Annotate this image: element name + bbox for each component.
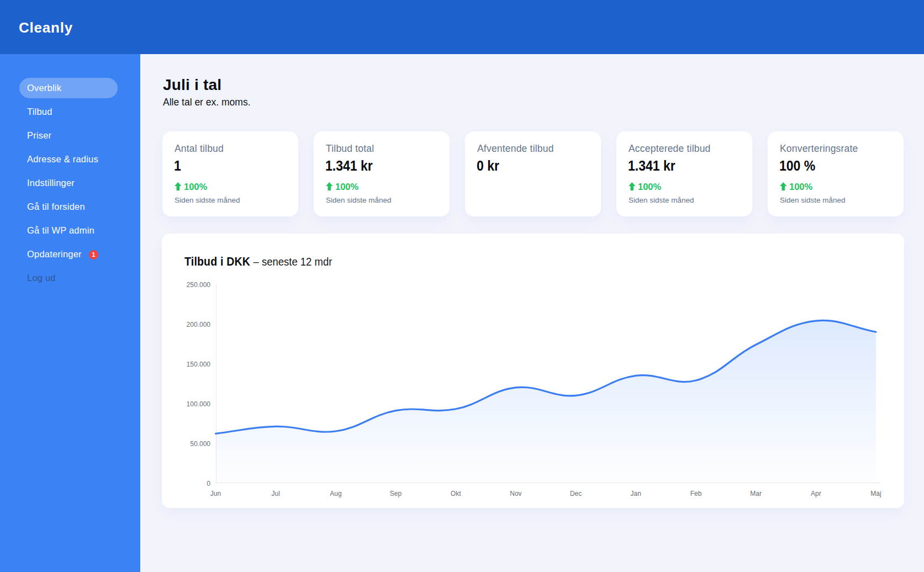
svg-text:50.000: 50.000 xyxy=(190,440,210,448)
svg-text:150.000: 150.000 xyxy=(187,361,211,368)
svg-text:Jan: Jan xyxy=(631,490,641,497)
svg-text:Jul: Jul xyxy=(272,490,280,497)
svg-text:Apr: Apr xyxy=(811,490,821,497)
svg-text:0: 0 xyxy=(207,480,210,488)
svg-text:Maj: Maj xyxy=(870,490,881,497)
svg-text:Dec: Dec xyxy=(570,490,582,497)
svg-text:Jun: Jun xyxy=(210,490,221,497)
svg-text:Sep: Sep xyxy=(390,490,402,497)
svg-text:250.000: 250.000 xyxy=(187,281,211,289)
svg-text:200.000: 200.000 xyxy=(187,321,211,329)
svg-text:Mar: Mar xyxy=(750,490,762,497)
svg-text:Feb: Feb xyxy=(690,490,702,497)
svg-text:Okt: Okt xyxy=(451,490,461,497)
svg-text:Aug: Aug xyxy=(330,490,341,497)
svg-text:Nov: Nov xyxy=(510,490,521,497)
svg-text:100.000: 100.000 xyxy=(187,400,211,408)
